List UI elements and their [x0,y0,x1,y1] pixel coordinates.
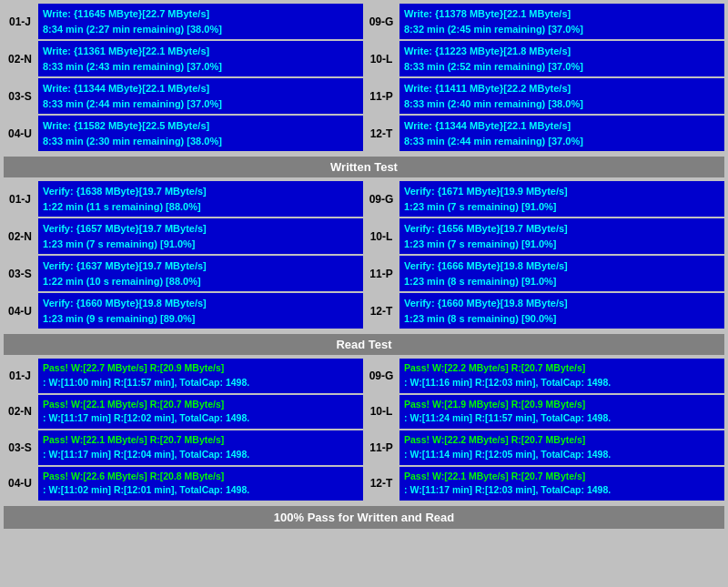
table-row: 01-JWrite: {11645 MByte}[22.7 MByte/s]8:… [4,4,724,41]
pass-line1: Pass! W:[22.2 MByte/s] R:[20.7 MByte/s] [404,361,720,376]
written-test-header: Written Test [4,157,724,177]
drive-data: Pass! W:[21.9 MByte/s] R:[20.9 MByte/s]:… [399,395,724,430]
data-line1: Write: {11344 MByte}[22.1 MByte/s] [43,81,359,96]
pass-line2: : W:[11:14 min] R:[12:05 min], TotalCap:… [404,448,720,462]
read-test-header: Read Test [4,334,724,355]
data-line2: 1:23 min (7 s remaining) [91.0%] [404,199,720,215]
drive-id: 11-P [365,256,398,291]
list-item: 04-UWrite: {11582 MByte}[22.5 MByte/s]8:… [4,116,363,151]
pass-line1: Pass! W:[22.1 MByte/s] R:[20.7 MByte/s] [43,398,359,412]
drive-data: Pass! W:[22.1 MByte/s] R:[20.7 MByte/s]:… [38,430,363,465]
list-item: 12-TWrite: {11344 MByte}[22.1 MByte/s]8:… [365,116,724,151]
data-line2: 1:23 min (8 s remaining) [90.0%] [404,311,720,327]
drive-data: Pass! W:[22.1 MByte/s] R:[20.7 MByte/s]:… [399,467,724,501]
pass-line2: : W:[11:17 min] R:[12:02 min], TotalCap:… [43,411,359,426]
list-item: 09-GVerify: {1671 MByte}[19.9 MByte/s]1:… [365,181,724,217]
drive-data: Write: {11361 MByte}[22.1 MByte/s]8:33 m… [38,41,363,76]
list-item: 10-LWrite: {11223 MByte}[21.8 MByte/s]8:… [365,41,724,76]
list-item: 09-GPass! W:[22.2 MByte/s] R:[20.7 MByte… [365,359,724,393]
drive-id: 04-U [4,293,36,329]
drive-id: 01-J [4,4,36,39]
drive-data: Write: {11378 MByte}[22.1 MByte/s]8:32 m… [399,4,724,39]
pass-line2: : W:[11:00 min] R:[11:57 min], TotalCap:… [43,376,359,390]
data-line2: 1:23 min (9 s remaining) [89.0%] [43,311,359,327]
list-item: 02-NVerify: {1657 MByte}[19.7 MByte/s]1:… [4,218,363,254]
drive-data: Verify: {1637 MByte}[19.7 MByte/s]1:22 m… [38,256,363,291]
list-item: 11-PWrite: {11411 MByte}[22.2 MByte/s]8:… [365,78,724,114]
data-line1: Verify: {1660 MByte}[19.8 MByte/s] [43,296,359,311]
drive-id: 03-S [4,256,36,291]
data-line2: 8:33 min (2:44 min remaining) [37.0%] [404,134,720,149]
table-row: 02-NPass! W:[22.1 MByte/s] R:[20.7 MByte… [4,395,724,431]
data-line2: 8:33 min (2:43 min remaining) [37.0%] [43,59,359,75]
drive-id: 03-S [4,78,36,114]
list-item: 09-GWrite: {11378 MByte}[22.1 MByte/s]8:… [365,4,724,39]
drive-data: Pass! W:[22.2 MByte/s] R:[20.7 MByte/s]:… [399,359,724,393]
drive-data: Write: {11645 MByte}[22.7 MByte/s]8:34 m… [38,4,363,39]
data-line1: Verify: {1638 MByte}[19.7 MByte/s] [43,184,359,199]
drive-id: 01-J [4,359,36,393]
data-line1: Verify: {1656 MByte}[19.7 MByte/s] [404,221,720,237]
drive-data: Write: {11223 MByte}[21.8 MByte/s]8:33 m… [399,41,724,76]
data-line2: 8:33 min (2:44 min remaining) [37.0%] [43,96,359,112]
data-line1: Verify: {1671 MByte}[19.9 MByte/s] [404,184,720,199]
data-line1: Write: {11378 MByte}[22.1 MByte/s] [404,6,720,22]
data-line2: 8:33 min (2:40 min remaining) [38.0%] [404,96,720,112]
drive-id: 02-N [4,218,36,254]
drive-data: Pass! W:[22.7 MByte/s] R:[20.9 MByte/s]:… [38,359,363,393]
data-line1: Verify: {1660 MByte}[19.8 MByte/s] [404,296,720,311]
drive-data: Verify: {1657 MByte}[19.7 MByte/s]1:23 m… [38,218,363,254]
list-item: 02-NPass! W:[22.1 MByte/s] R:[20.7 MByte… [4,395,363,430]
list-item: 01-JPass! W:[22.7 MByte/s] R:[20.9 MByte… [4,359,363,393]
drive-id: 01-J [4,181,36,217]
drive-data: Verify: {1671 MByte}[19.9 MByte/s]1:23 m… [399,181,724,217]
pass-line1: Pass! W:[22.2 MByte/s] R:[20.7 MByte/s] [404,433,720,448]
data-line2: 8:33 min (2:52 min remaining) [37.0%] [404,59,720,75]
list-item: 03-SVerify: {1637 MByte}[19.7 MByte/s]1:… [4,256,363,291]
data-line2: 8:33 min (2:30 min remaining) [38.0%] [43,134,359,149]
drive-id: 04-U [4,116,36,151]
data-line2: 1:23 min (7 s remaining) [91.0%] [43,237,359,252]
drive-data: Write: {11411 MByte}[22.2 MByte/s]8:33 m… [399,78,724,114]
main-container: 01-JWrite: {11645 MByte}[22.7 MByte/s]8:… [0,0,728,532]
pass-line2: : W:[11:16 min] R:[12:03 min], TotalCap:… [404,376,720,390]
list-item: 04-UVerify: {1660 MByte}[19.8 MByte/s]1:… [4,293,363,329]
data-line1: Write: {11411 MByte}[22.2 MByte/s] [404,81,720,96]
drive-id: 09-G [365,4,398,39]
drive-id: 09-G [365,359,398,393]
drive-id: 12-T [365,467,398,501]
drive-data: Pass! W:[22.2 MByte/s] R:[20.7 MByte/s]:… [399,430,724,465]
drive-id: 12-T [365,293,398,329]
table-row: 03-SWrite: {11344 MByte}[22.1 MByte/s]8:… [4,78,724,116]
list-item: 01-JVerify: {1638 MByte}[19.7 MByte/s]1:… [4,181,363,217]
pass-line2: : W:[11:24 min] R:[11:57 min], TotalCap:… [404,411,720,426]
pass-line1: Pass! W:[22.1 MByte/s] R:[20.7 MByte/s] [43,433,359,448]
drive-data: Write: {11582 MByte}[22.5 MByte/s]8:33 m… [38,116,363,151]
footer-status: 100% Pass for Written and Read [4,506,724,529]
verify-section: 01-JVerify: {1638 MByte}[19.7 MByte/s]1:… [4,181,724,330]
list-item: 10-LPass! W:[21.9 MByte/s] R:[20.9 MByte… [365,395,724,430]
table-row: 04-UPass! W:[22.6 MByte/s] R:[20.8 MByte… [4,467,724,503]
list-item: 02-NWrite: {11361 MByte}[22.1 MByte/s]8:… [4,41,363,76]
data-line1: Write: {11344 MByte}[22.1 MByte/s] [404,118,720,134]
table-row: 01-JVerify: {1638 MByte}[19.7 MByte/s]1:… [4,181,724,218]
pass-line2: : W:[11:02 min] R:[12:01 min], TotalCap:… [43,483,359,498]
drive-id: 03-S [4,430,36,465]
data-line1: Verify: {1666 MByte}[19.8 MByte/s] [404,258,720,274]
table-row: 04-UVerify: {1660 MByte}[19.8 MByte/s]1:… [4,293,724,330]
data-line2: 1:23 min (7 s remaining) [91.0%] [404,237,720,252]
data-line2: 1:22 min (10 s remaining) [88.0%] [43,274,359,289]
table-row: 02-NWrite: {11361 MByte}[22.1 MByte/s]8:… [4,41,724,78]
pass-line2: : W:[11:17 min] R:[12:03 min], TotalCap:… [404,483,720,498]
drive-data: Verify: {1638 MByte}[19.7 MByte/s]1:22 m… [38,181,363,217]
drive-id: 02-N [4,41,36,76]
drive-id: 10-L [365,395,398,430]
data-line1: Write: {11582 MByte}[22.5 MByte/s] [43,118,359,134]
write-section: 01-JWrite: {11645 MByte}[22.7 MByte/s]8:… [4,4,724,153]
drive-data: Write: {11344 MByte}[22.1 MByte/s]8:33 m… [399,116,724,151]
data-line1: Verify: {1657 MByte}[19.7 MByte/s] [43,221,359,237]
drive-id: 11-P [365,430,398,465]
data-line2: 8:32 min (2:45 min remaining) [37.0%] [404,22,720,37]
drive-id: 09-G [365,181,398,217]
data-line1: Write: {11645 MByte}[22.7 MByte/s] [43,6,359,22]
